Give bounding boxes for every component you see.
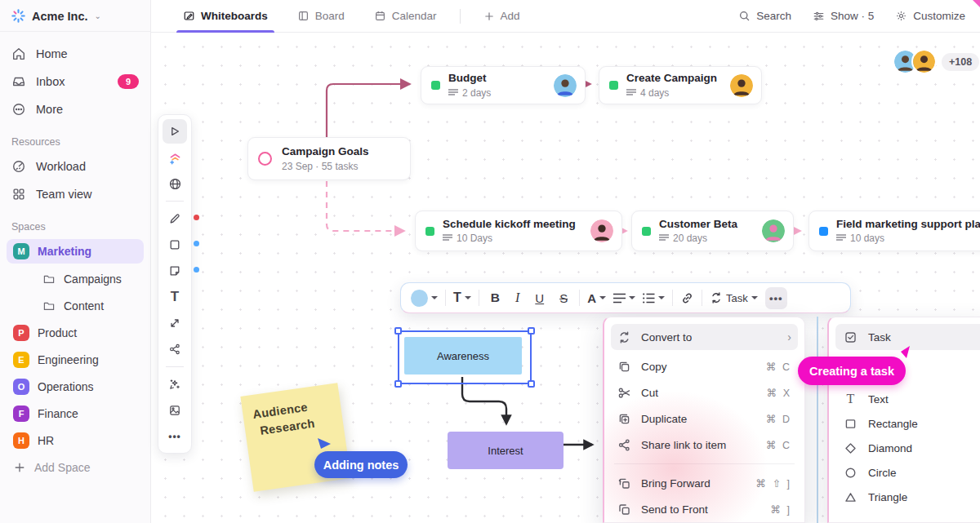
sidebar-item-workload[interactable]: Workload xyxy=(0,153,150,180)
underline-button[interactable]: U xyxy=(531,291,548,305)
caret-down-icon xyxy=(599,296,606,299)
italic-button[interactable]: I xyxy=(511,290,523,305)
selection-handle[interactable] xyxy=(528,327,535,335)
selection-handle[interactable] xyxy=(528,380,535,388)
description-lines-icon xyxy=(443,234,452,242)
selection-handle[interactable] xyxy=(394,380,402,388)
shape-interest[interactable]: Interest xyxy=(448,432,564,469)
menu-item-share-link[interactable]: Share link to item ⌘ C xyxy=(611,432,798,458)
select-tool[interactable] xyxy=(163,119,187,144)
task-card-field-marketing[interactable]: Field marketing support plan 10 days xyxy=(808,211,980,251)
toolbar-divider xyxy=(445,290,446,306)
menu-item-duplicate[interactable]: Duplicate ⌘ D xyxy=(611,406,798,432)
strikethrough-button[interactable]: S xyxy=(555,291,572,305)
sidebar-item-team-view[interactable]: Team view xyxy=(0,180,150,208)
menu-item-send-to-front[interactable]: Send to Front ⌘ ] xyxy=(611,496,798,522)
tab-board[interactable]: Board xyxy=(292,0,350,33)
submenu-item-rectangle[interactable]: Rectangle xyxy=(835,411,980,436)
assignee-avatar[interactable] xyxy=(730,74,753,97)
menu-item-cut[interactable]: Cut ⌘ X xyxy=(611,379,798,406)
grid-icon xyxy=(11,187,26,202)
tab-calendar[interactable]: Calendar xyxy=(369,0,442,33)
list-picker[interactable] xyxy=(643,293,665,304)
menu-item-bring-forward[interactable]: Bring Forward ⌘ ⇧ ] xyxy=(611,470,798,496)
text-icon: T xyxy=(844,392,858,406)
fill-color-picker[interactable] xyxy=(411,290,438,307)
workspace-switcher[interactable]: Acme Inc. ⌄ xyxy=(0,0,150,32)
menu-item-copy[interactable]: Copy ⌘ C xyxy=(611,353,798,379)
status-circle-icon[interactable] xyxy=(258,152,272,166)
description-lines-icon xyxy=(836,234,846,242)
status-icon[interactable] xyxy=(819,227,828,236)
collaborator-avatars[interactable]: +108 xyxy=(893,49,979,74)
font-style-picker[interactable]: T xyxy=(453,290,471,305)
tab-label: Calendar xyxy=(392,10,437,22)
show-button[interactable]: Show · 5 xyxy=(813,10,874,22)
assignee-avatar[interactable] xyxy=(554,74,577,97)
web-embed-tool[interactable] xyxy=(163,171,187,196)
menu-label: Send to Front xyxy=(641,503,708,516)
sidebar-folder-campaigns[interactable]: Campaigns xyxy=(0,265,150,292)
search-button[interactable]: Search xyxy=(738,10,791,22)
selection-handle[interactable] xyxy=(394,327,402,335)
assignee-avatar[interactable] xyxy=(590,219,613,242)
sidebar-space-product[interactable]: P Product xyxy=(0,319,150,346)
sidebar-space-engineering[interactable]: E Engineering xyxy=(0,346,150,373)
align-picker[interactable] xyxy=(613,293,635,304)
link-icon xyxy=(680,291,694,305)
menu-shortcut: ⌘ X xyxy=(767,387,791,399)
add-view-button[interactable]: Add xyxy=(479,0,525,33)
search-label: Search xyxy=(756,10,791,22)
status-icon[interactable] xyxy=(431,81,440,90)
connector-tool[interactable] xyxy=(163,311,187,335)
convert-type-picker[interactable]: Task xyxy=(710,291,758,304)
status-icon[interactable] xyxy=(609,81,618,90)
mindmap-tool[interactable] xyxy=(163,337,187,361)
task-card-create-campaign[interactable]: Create Campaign 4 days xyxy=(599,66,762,104)
ai-tool[interactable] xyxy=(163,145,187,170)
sidebar-space-operations[interactable]: O Operations xyxy=(0,373,150,400)
submenu-edge-decoration xyxy=(817,317,818,523)
plus-icon xyxy=(13,461,26,474)
submenu-item-diamond[interactable]: Diamond xyxy=(835,436,980,460)
sidebar-space-marketing[interactable]: M Marketing xyxy=(7,239,144,264)
sticky-note-tool[interactable] xyxy=(163,259,187,283)
submenu-label: Task xyxy=(868,331,891,343)
context-menu: Convert to › Copy ⌘ C Cut ⌘ X Duplicate … xyxy=(603,317,805,523)
submenu-item-text[interactable]: T Text xyxy=(835,387,980,411)
status-icon[interactable] xyxy=(642,227,651,236)
sidebar-space-hr[interactable]: H HR xyxy=(0,427,150,454)
avatar-overflow-count: +108 xyxy=(942,53,979,71)
toolbar-more-button[interactable]: ••• xyxy=(765,287,787,309)
task-card-schedule-kickoff[interactable]: Schedule kickoff meeting 10 Days xyxy=(415,211,622,251)
submenu-item-circle[interactable]: Circle xyxy=(835,460,980,485)
more-tools[interactable]: ••• xyxy=(163,424,187,449)
text-tool[interactable]: T xyxy=(163,285,187,309)
pen-tool[interactable] xyxy=(163,206,187,231)
sidebar-item-home[interactable]: Home xyxy=(0,40,150,68)
shape-tool[interactable] xyxy=(163,233,187,257)
menu-item-convert-to[interactable]: Convert to › xyxy=(611,324,798,350)
task-card-budget[interactable]: Budget 2 days xyxy=(421,66,586,104)
circle-icon xyxy=(844,466,858,480)
customize-button[interactable]: Customize xyxy=(895,10,965,22)
assignee-avatar[interactable] xyxy=(762,219,785,242)
submenu-item-triangle[interactable]: Triangle xyxy=(835,485,980,509)
sidebar-space-finance[interactable]: F Finance xyxy=(0,400,150,427)
sidebar-item-inbox[interactable]: Inbox 9 xyxy=(0,68,150,95)
sidebar-item-more[interactable]: More xyxy=(0,95,150,123)
list-card-campaign-goals[interactable]: Campaign Goals 23 Sep · 55 tasks xyxy=(247,137,411,180)
task-card-customer-beta[interactable]: Customer Beta 20 days xyxy=(631,211,794,251)
bold-button[interactable]: B xyxy=(487,290,504,305)
status-icon[interactable] xyxy=(425,227,434,236)
image-tool[interactable] xyxy=(163,398,187,423)
add-space-button[interactable]: Add Space xyxy=(0,454,150,481)
list-meta: 23 Sep · 55 tasks xyxy=(282,161,358,172)
description-lines-icon xyxy=(659,234,669,242)
magic-tool[interactable] xyxy=(163,372,187,397)
sidebar-folder-content[interactable]: Content xyxy=(0,292,150,319)
tab-whiteboards[interactable]: Whiteboards xyxy=(178,0,273,33)
shape-awareness[interactable]: Awareness xyxy=(404,337,522,375)
text-color-picker[interactable]: A xyxy=(587,291,606,305)
link-button[interactable] xyxy=(680,291,694,305)
